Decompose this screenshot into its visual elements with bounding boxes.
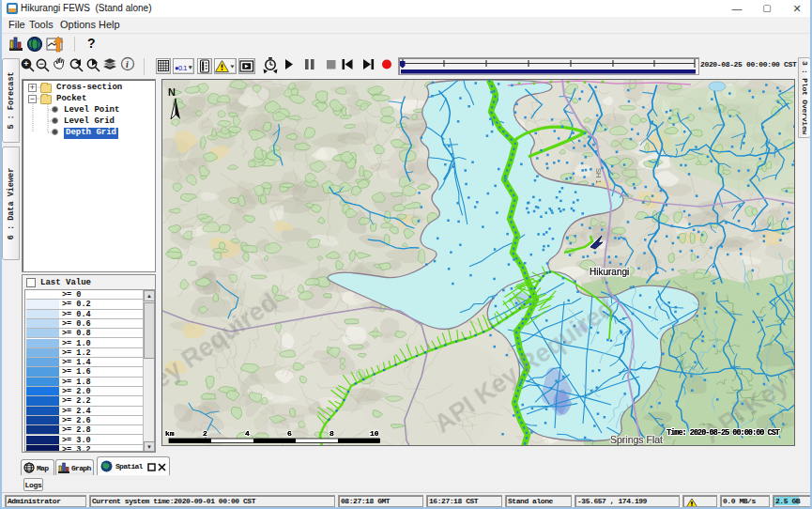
svg-text:km: km <box>165 429 175 438</box>
svg-text:4: 4 <box>245 429 250 438</box>
svg-text:i: i <box>126 59 129 69</box>
svg-text:6: 6 <box>287 429 292 438</box>
svg-text:2: 2 <box>203 429 207 438</box>
svg-text:Time: 2020-08-25 00:00:00 CST: Time: 2020-08-25 00:00:00 CST <box>666 428 780 438</box>
svg-text:+: + <box>23 59 28 69</box>
svg-text:8: 8 <box>329 429 334 438</box>
svg-text:SH 1: SH 1 <box>594 168 603 184</box>
svg-text:Hikurangi: Hikurangi <box>590 267 629 277</box>
svg-text:N: N <box>168 86 176 98</box>
svg-text:−: − <box>39 59 44 69</box>
svg-text:Springs Flat: Springs Flat <box>610 434 663 445</box>
svg-text:10: 10 <box>370 429 379 438</box>
